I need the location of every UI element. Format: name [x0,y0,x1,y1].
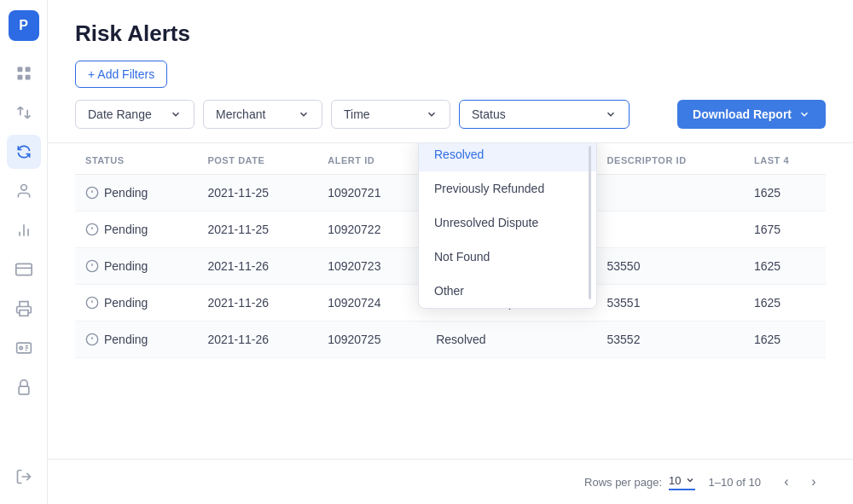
download-report-button[interactable]: Download Report [677,100,826,129]
cell-descriptor-id: 53552 [597,322,744,358]
cell-alert-id: 10920725 [317,322,426,358]
status-label: Status [472,107,506,121]
cell-type: Resolved [426,322,596,358]
sidebar-item-lock[interactable] [7,370,41,404]
prev-page-button[interactable]: ‹ [775,470,798,494]
col-last4: LAST 4 [744,143,826,175]
cell-last4: 1625 [744,248,826,285]
filters-row: + Add Filters [75,61,826,88]
status-menu-item-not-found[interactable]: Not Found [419,240,596,274]
time-dropdown[interactable]: Time [331,100,450,129]
cell-post-date: 2021-11-25 [197,211,317,248]
app-logo: P [9,10,39,41]
merchant-label: Merchant [216,107,265,121]
sidebar-item-printer[interactable] [7,292,41,326]
sidebar-item-chart[interactable] [7,213,41,247]
sidebar-item-grid[interactable] [7,56,41,90]
svg-rect-10 [19,386,29,394]
cell-status: Pending [75,248,197,285]
cell-status: Pending [75,175,197,211]
svg-rect-1 [25,67,30,72]
cell-descriptor-id: 53551 [597,285,744,322]
cell-post-date: 2021-11-25 [197,175,317,211]
cell-last4: 1675 [744,211,826,248]
info-icon [85,186,99,200]
rows-per-page-select[interactable]: 10 [669,474,694,490]
main-content: Risk Alerts + Add Filters Date Range Mer… [48,0,853,504]
cell-alert-id: 10920721 [317,175,426,211]
dropdown-row: Date Range Merchant Time Status Download… [75,100,826,129]
cell-post-date: 2021-11-26 [197,322,317,358]
cell-descriptor-id: 53550 [597,248,744,285]
sidebar: P [0,0,48,504]
svg-rect-2 [17,75,22,80]
merchant-dropdown[interactable]: Merchant [203,100,322,129]
sidebar-item-id-card[interactable] [7,331,41,365]
svg-rect-8 [16,343,31,353]
page-header: Risk Alerts + Add Filters Date Range Mer… [48,0,853,143]
sidebar-item-card[interactable] [7,252,41,287]
chevron-down-icon [426,108,438,120]
cell-alert-id: 10920724 [317,285,426,322]
status-dropdown[interactable]: Status [459,100,630,129]
col-descriptor-id: DESCRIPTOR ID [597,143,744,175]
date-range-label: Date Range [88,107,152,121]
add-filters-button[interactable]: + Add Filters [75,61,167,88]
pagination-info: 1–10 of 10 [709,476,761,489]
cell-post-date: 2021-11-26 [197,285,317,322]
status-menu-item-unresolved-dispute[interactable]: Unresolved Dispute [419,206,596,240]
chevron-down-icon [605,108,617,120]
cell-descriptor-id [597,211,744,248]
svg-point-4 [20,185,26,191]
sidebar-item-transfer[interactable] [7,96,41,130]
cell-status: Pending [75,285,197,322]
col-post-date: POST DATE [197,143,317,175]
info-icon [85,259,99,273]
status-menu-item-other[interactable]: Other [419,274,596,308]
info-icon [85,296,99,310]
svg-rect-7 [20,310,28,316]
cell-post-date: 2021-11-26 [197,248,317,285]
cell-alert-id: 10920723 [317,248,426,285]
info-icon [85,223,99,236]
svg-point-9 [20,346,22,349]
sidebar-item-person[interactable] [7,174,41,208]
cell-status: Pending [75,211,197,248]
cell-status: Pending [75,322,197,358]
time-label: Time [344,107,370,121]
table-footer: Rows per page: 10 1–10 of 10 ‹ › [48,459,853,504]
col-alert-id: ALERT ID [317,143,426,175]
date-range-dropdown[interactable]: Date Range [75,100,194,129]
sidebar-item-logout[interactable] [7,460,41,494]
svg-rect-0 [17,67,22,72]
cell-descriptor-id [597,175,744,211]
info-icon [85,333,99,346]
chevron-down-icon [798,108,810,120]
chevron-down-icon [685,475,695,485]
status-menu-item-previously-refunded[interactable]: Previously Refunded [419,171,596,206]
col-status: STATUS [75,143,197,175]
status-dropdown-menu: Resolved Previously Refunded Unresolved … [418,143,597,309]
svg-rect-5 [15,264,31,275]
chevron-down-icon [170,108,182,120]
page-title: Risk Alerts [75,20,826,47]
svg-rect-3 [25,75,30,80]
rows-per-page-label: Rows per page: [584,476,662,489]
cell-last4: 1625 [744,175,826,211]
table-row[interactable]: Pending 2021-11-2610920725Resolved535521… [75,322,826,358]
scroll-indicator [589,146,591,299]
sidebar-item-refresh[interactable] [7,135,41,169]
next-page-button[interactable]: › [802,470,826,494]
cell-last4: 1625 [744,322,826,358]
status-menu-item-resolved[interactable]: Resolved [419,143,596,171]
cell-alert-id: 10920722 [317,211,426,248]
pagination-nav: ‹ › [775,470,826,494]
cell-last4: 1625 [744,285,826,322]
rows-per-page-container: Rows per page: 10 [584,474,695,490]
chevron-down-icon [298,108,310,120]
